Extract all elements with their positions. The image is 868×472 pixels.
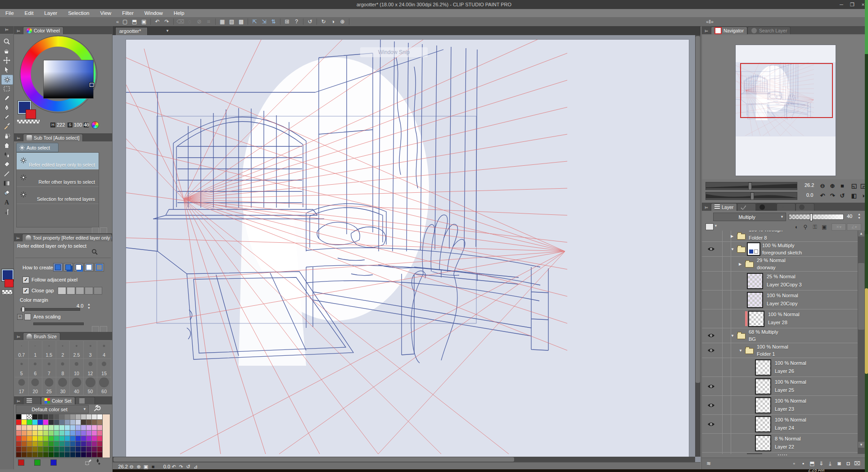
color-swatch[interactable]	[22, 414, 27, 420]
reset-rotation-icon[interactable]: ↺	[838, 192, 847, 200]
color-swatch[interactable]	[32, 431, 38, 436]
color-swatch[interactable]	[38, 441, 43, 447]
help-icon[interactable]: ?	[292, 18, 301, 25]
minimize-button[interactable]: ─	[838, 0, 845, 9]
color-swatch[interactable]	[27, 441, 32, 447]
brush-size-0.7[interactable]: 0.7	[15, 341, 29, 359]
navigator-preview-area[interactable]	[702, 35, 865, 179]
brush-size-25[interactable]: 25	[42, 377, 56, 395]
layer-panel-icon[interactable]: ≋	[705, 460, 713, 467]
panel-resize-grip[interactable]: •••••	[769, 453, 796, 456]
color-swatch[interactable]	[38, 447, 43, 452]
selection-tool[interactable]	[1, 84, 12, 93]
new-raster-layer-icon[interactable]: ▫	[790, 460, 798, 467]
how-to-create-stencil[interactable]	[95, 263, 104, 272]
navigator-zoom-slider[interactable]	[705, 182, 797, 190]
color-swatch[interactable]	[59, 414, 65, 420]
brush-size-3[interactable]: 3	[84, 341, 98, 359]
color-swatch[interactable]	[59, 436, 65, 441]
color-swatch[interactable]	[59, 452, 65, 458]
ruler-button[interactable]: ∠▾	[847, 223, 861, 231]
brush-size-8[interactable]: 8	[56, 359, 70, 377]
color-swatch[interactable]	[22, 447, 27, 452]
tab-color-wheel[interactable]: Color Wheel	[23, 27, 63, 34]
tab-color-set[interactable]: Color Set	[41, 397, 75, 404]
color-swatch[interactable]	[65, 420, 70, 425]
sv-cursor[interactable]	[90, 83, 94, 87]
tool-strip-header[interactable]: ⊨	[0, 26, 14, 34]
color-swatch[interactable]	[81, 441, 86, 447]
registered-color-swatch[interactable]	[18, 459, 24, 466]
tab-dots[interactable]	[777, 203, 796, 211]
toolprop-register-icon[interactable]	[92, 326, 99, 332]
color-model-button[interactable]	[91, 121, 99, 129]
how-to-create-add[interactable]	[63, 263, 73, 272]
layer-visible-eye-icon[interactable]	[707, 422, 715, 427]
layer-row[interactable]: 100 % NormalLayer 23	[702, 395, 858, 414]
auto-select-tool[interactable]	[1, 75, 13, 85]
layer-row[interactable]: ▼100 % NormalFolder 1	[702, 343, 858, 358]
grid-frame-icon[interactable]: ▧	[227, 18, 236, 25]
save-file-icon[interactable]: ▣	[140, 18, 148, 25]
color-swatch[interactable]	[49, 431, 54, 436]
rotate-ccw-icon[interactable]: ↶	[818, 192, 827, 200]
fit-screen-icon[interactable]: ◱	[850, 182, 859, 190]
color-swatch[interactable]	[65, 431, 70, 436]
layer-thumbnail[interactable]	[755, 397, 771, 413]
layer-row[interactable]: 100 % NormalLayer 25	[702, 377, 858, 395]
color-swatch[interactable]	[76, 420, 81, 425]
color-swatch[interactable]	[49, 436, 54, 441]
layer-thumbnail[interactable]	[747, 273, 763, 289]
layer-color-swatch[interactable]	[705, 223, 714, 230]
brush-size-2[interactable]: 2	[56, 341, 70, 359]
grid-off-icon[interactable]: ▦	[218, 18, 226, 25]
color-swatch[interactable]	[38, 425, 43, 431]
close-gap-checkbox[interactable]: ✓	[23, 287, 29, 294]
color-swatch[interactable]	[76, 425, 81, 431]
saturation-value-square[interactable]	[43, 60, 94, 99]
registered-color-swatch[interactable]	[50, 459, 57, 466]
new-file-icon[interactable]: ▢	[121, 18, 129, 25]
color-swatch[interactable]	[65, 436, 70, 441]
fill-tool[interactable]	[1, 160, 12, 169]
tab-navigator[interactable]: Navigator	[711, 27, 747, 34]
tab-search-layer[interactable]: Search Layer	[747, 27, 791, 34]
layer-row[interactable]: 100 % NormalLayer 24	[702, 414, 858, 433]
brush-size-60[interactable]: 60	[97, 377, 111, 395]
flip-horizontal-icon[interactable]: ⊿	[192, 464, 199, 470]
canvas-horizontal-scrollbar[interactable]	[113, 457, 695, 462]
color-swatch[interactable]	[76, 414, 81, 420]
pencil-tool[interactable]	[1, 113, 12, 122]
rotate-left-icon[interactable]: ↺	[306, 18, 314, 25]
layer-row[interactable]: ▶100 % ThroughFolder 8	[702, 231, 858, 241]
color-set-scroll-strip[interactable]	[102, 414, 110, 458]
deselect-icon[interactable]: ◌	[185, 18, 194, 25]
canvas-vertical-scrollbar[interactable]	[695, 35, 701, 457]
layer-thumbnail[interactable]	[747, 292, 763, 308]
canvas-tab-dropdown[interactable]: ▼	[166, 29, 169, 33]
color-swatch[interactable]	[59, 420, 65, 425]
color-swatch[interactable]	[86, 436, 92, 441]
hand-tool[interactable]	[1, 46, 12, 55]
color-swatch[interactable]	[38, 420, 43, 425]
tab-layer[interactable]: Layer	[711, 203, 737, 211]
close-gap-size-1[interactable]	[58, 287, 66, 295]
menu-help[interactable]: Help	[168, 9, 190, 17]
menu-filter[interactable]: Filter	[117, 9, 139, 17]
transfer-to-lower-icon[interactable]: ⇓	[817, 460, 825, 467]
color-swatch[interactable]	[59, 425, 65, 431]
color-swatch[interactable]	[38, 414, 43, 420]
rotate-cw-icon[interactable]: ↷	[177, 464, 185, 470]
color-swatch[interactable]	[16, 441, 22, 447]
sub-tool-item[interactable]: Refer edited layer only to select	[17, 153, 99, 170]
canvas-tab[interactable]: argootter*	[115, 27, 148, 36]
brush-tool[interactable]	[1, 122, 12, 131]
zoom-in-icon[interactable]: ⊕	[135, 464, 142, 470]
clip-to-layer-icon[interactable]: ◖	[792, 223, 800, 231]
zoom-out-icon[interactable]: ⊖	[818, 182, 827, 190]
color-swatch[interactable]	[92, 431, 97, 436]
color-margin-slider[interactable]	[21, 308, 80, 311]
layer-thumbnail[interactable]	[747, 242, 760, 256]
opacity-stepper[interactable]: ▲▼	[857, 213, 862, 220]
undo-icon[interactable]: ↶	[153, 18, 162, 25]
